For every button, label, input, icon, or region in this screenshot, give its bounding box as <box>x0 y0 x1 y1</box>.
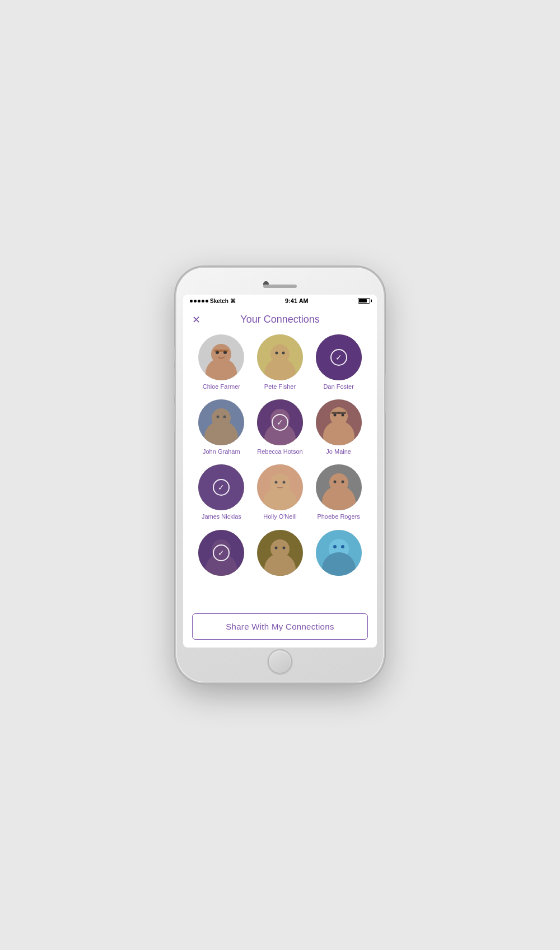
svg-point-1 <box>206 358 237 380</box>
connection-item-dan[interactable]: ✓Dan Foster <box>314 334 364 390</box>
connection-row: ✓ <box>192 530 368 579</box>
signal-dots <box>190 300 208 302</box>
page-title: Your Connections <box>240 314 319 325</box>
connection-name-phoebe: Phoebe Rogers <box>317 513 360 520</box>
side-button-mute[interactable] <box>174 346 176 362</box>
avatar-dan: ✓ <box>316 334 362 380</box>
phone-bottom <box>183 648 377 676</box>
svg-rect-4 <box>214 350 222 352</box>
connection-name-john: John Graham <box>203 448 240 455</box>
svg-rect-5 <box>221 350 228 352</box>
connection-item-row4c[interactable] <box>314 530 364 579</box>
status-left: Sketch ⌘ <box>190 298 236 304</box>
connection-item-john[interactable]: John Graham <box>196 399 246 455</box>
home-button[interactable] <box>268 649 292 674</box>
selected-overlay-dan: ✓ <box>316 334 362 380</box>
avatar-john <box>198 399 244 445</box>
svg-point-10 <box>282 352 284 355</box>
connection-item-phoebe[interactable]: Phoebe Rogers <box>314 464 364 520</box>
avatar-pete <box>257 334 303 380</box>
avatar-phoebe <box>316 464 362 510</box>
connection-item-row4b[interactable] <box>255 530 305 579</box>
checkmark-icon: ✓ <box>213 479 230 496</box>
share-button-wrap: Share With My Connections <box>183 608 377 648</box>
svg-point-37 <box>341 481 344 483</box>
connection-name-rebecca: Rebecca Hotson <box>257 448 302 455</box>
avatar-rebecca: ✓ <box>257 399 303 445</box>
avatar-row4a: ✓ <box>198 530 244 576</box>
phone-shell: Sketch ⌘ 9:41 AM ✕ Your Connections Chlo… <box>176 268 384 682</box>
connection-name-james: James Nicklas <box>202 513 241 520</box>
earpiece-speaker <box>263 285 297 288</box>
connection-name-chloe: Chloe Farmer <box>203 383 240 390</box>
phone-top <box>183 274 377 295</box>
svg-point-15 <box>217 416 220 418</box>
battery-icon <box>358 298 370 304</box>
checkmark-icon: ✓ <box>213 544 230 561</box>
wifi-icon: ⌘ <box>230 298 236 304</box>
status-right <box>358 298 370 304</box>
svg-point-31 <box>274 481 277 484</box>
connection-item-holly[interactable]: Holly O'Neill <box>255 464 305 520</box>
side-button-vol-up[interactable] <box>174 369 176 397</box>
avatar-chloe <box>198 334 244 380</box>
avatar-james: ✓ <box>198 464 244 510</box>
connection-row: ✓James NicklasHolly O'NeillPhoebe Rogers <box>192 464 368 520</box>
connection-name-holly: Holly O'Neill <box>263 513 297 520</box>
close-button[interactable]: ✕ <box>192 314 200 326</box>
selected-overlay-james: ✓ <box>198 464 244 510</box>
svg-rect-26 <box>338 412 346 414</box>
svg-point-23 <box>333 414 336 417</box>
clock: 9:41 AM <box>285 297 309 304</box>
selected-overlay-row4a: ✓ <box>198 530 244 576</box>
svg-point-45 <box>282 546 285 549</box>
side-button-power[interactable] <box>384 374 386 413</box>
side-button-vol-down[interactable] <box>174 403 176 431</box>
svg-point-49 <box>333 545 337 548</box>
connection-item-james[interactable]: ✓James Nicklas <box>196 464 246 520</box>
connection-item-rebecca[interactable]: ✓Rebecca Hotson <box>255 399 305 455</box>
connection-item-chloe[interactable]: Chloe Farmer <box>196 334 246 390</box>
app-content: ✕ Your Connections Chloe FarmerPete Fish… <box>183 307 377 648</box>
battery-fill <box>359 299 367 302</box>
app-header: ✕ Your Connections <box>183 307 377 330</box>
connection-item-row4a[interactable]: ✓ <box>196 530 246 579</box>
share-button[interactable]: Share With My Connections <box>192 613 368 640</box>
status-bar: Sketch ⌘ 9:41 AM <box>183 295 377 307</box>
avatar-row4c <box>316 530 362 576</box>
avatar-jo <box>316 399 362 445</box>
svg-point-50 <box>341 545 344 548</box>
connection-name-pete: Pete Fisher <box>264 383 296 390</box>
svg-point-36 <box>333 481 336 483</box>
connection-name-jo: Jo Maine <box>326 448 351 455</box>
checkmark-icon: ✓ <box>272 414 288 431</box>
svg-point-44 <box>274 546 277 549</box>
phone-screen: Sketch ⌘ 9:41 AM ✕ Your Connections Chlo… <box>183 295 377 648</box>
carrier-label: Sketch <box>210 298 228 304</box>
svg-rect-25 <box>332 412 339 414</box>
svg-point-24 <box>341 414 344 417</box>
selected-overlay-rebecca: ✓ <box>257 399 303 445</box>
connection-row: John Graham✓Rebecca HotsonJo Maine <box>192 399 368 455</box>
svg-point-32 <box>282 481 285 484</box>
connection-item-jo[interactable]: Jo Maine <box>314 399 364 455</box>
avatar-row4b <box>257 530 303 576</box>
connection-name-dan: Dan Foster <box>323 383 353 390</box>
checkmark-icon: ✓ <box>330 349 347 366</box>
connection-item-pete[interactable]: Pete Fisher <box>255 334 305 390</box>
connection-row: Chloe FarmerPete Fisher✓Dan Foster <box>192 334 368 390</box>
avatar-holly <box>257 464 303 510</box>
svg-point-9 <box>275 352 278 355</box>
connections-grid: Chloe FarmerPete Fisher✓Dan FosterJohn G… <box>183 330 377 608</box>
svg-point-16 <box>223 416 226 418</box>
